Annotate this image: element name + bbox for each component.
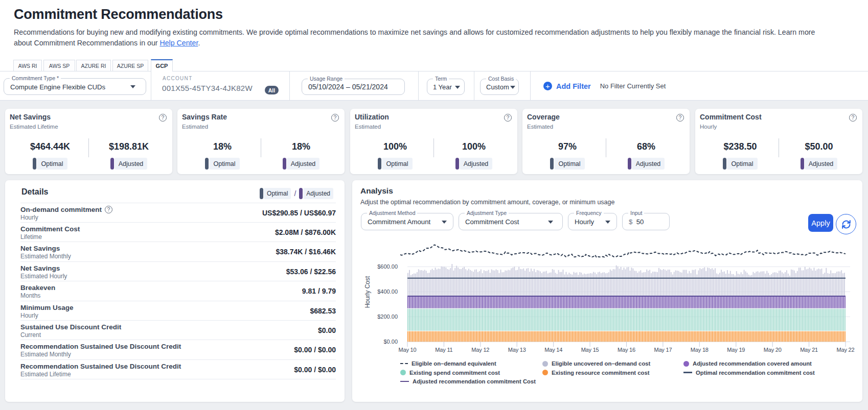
svg-text:Hourly Cost: Hourly Cost [364, 276, 371, 308]
svg-text:May 11: May 11 [435, 347, 452, 353]
svg-text:May 12: May 12 [471, 347, 489, 353]
svg-text:$600.00: $600.00 [377, 263, 398, 270]
svg-text:May 19: May 19 [727, 347, 745, 353]
svg-text:May 13: May 13 [508, 347, 526, 353]
svg-text:$200.00: $200.00 [377, 313, 398, 320]
svg-text:May 16: May 16 [618, 347, 635, 353]
svg-text:May 15: May 15 [581, 347, 599, 353]
svg-text:May 18: May 18 [691, 347, 709, 353]
svg-text:May 22: May 22 [837, 347, 855, 353]
svg-text:May 10: May 10 [399, 347, 417, 353]
svg-text:May 20: May 20 [764, 347, 782, 353]
svg-text:May 17: May 17 [654, 347, 672, 353]
svg-text:May 14: May 14 [544, 347, 562, 353]
svg-text:$400.00: $400.00 [377, 288, 398, 295]
svg-text:$0.00: $0.00 [383, 339, 398, 345]
svg-text:May 21: May 21 [800, 347, 818, 353]
